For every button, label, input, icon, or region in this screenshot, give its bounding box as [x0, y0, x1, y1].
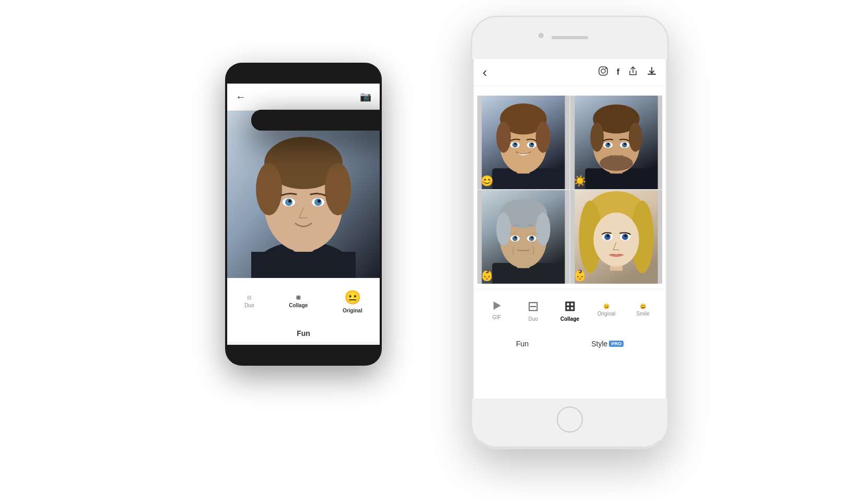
svg-marker-69 — [494, 301, 501, 310]
iphone-back-icon[interactable]: ‹ — [483, 64, 487, 80]
iphone-toolbar: GIF ⊟ Duo ⊞ Collage 😐 Original 😄 Smile — [474, 289, 665, 331]
fun-tab[interactable]: Fun — [516, 340, 529, 348]
svg-point-43 — [624, 143, 626, 145]
svg-point-23 — [536, 121, 550, 153]
iphone-nav-bar: ‹ f — [474, 59, 665, 86]
emoji-4: 👶 — [573, 270, 587, 281]
svg-point-37 — [600, 155, 633, 171]
iphone-home-indicator — [472, 399, 667, 440]
iphone-screen: ‹ f — [474, 59, 665, 399]
android-collage-item[interactable]: ⊞ Collage — [289, 295, 308, 308]
svg-point-22 — [496, 121, 511, 153]
iphone: ‹ f — [471, 16, 669, 449]
scene: ← 📷 — [199, 16, 669, 486]
svg-point-13 — [318, 200, 321, 203]
iphone-camera — [538, 33, 544, 38]
iphone-original-item[interactable]: 😐 Original — [593, 304, 619, 317]
instagram-nav-icon[interactable] — [598, 66, 608, 79]
iphone-top — [472, 17, 667, 59]
svg-point-15 — [601, 69, 605, 73]
collage-cell-3: 👶 — [477, 190, 569, 284]
svg-point-56 — [531, 236, 533, 238]
iphone-nav-icons: f — [598, 66, 657, 79]
svg-point-42 — [607, 143, 609, 145]
share-nav-icon[interactable] — [628, 66, 638, 78]
svg-point-7 — [325, 163, 351, 215]
download-nav-icon[interactable] — [647, 66, 657, 78]
svg-point-12 — [288, 200, 291, 203]
volume-buttons — [471, 90, 472, 148]
android-fun-label: Fun — [227, 325, 380, 342]
collage-cell-4: 👶 — [570, 190, 662, 284]
android-toolbar: ⊟ Duo ⊞ Collage 😐 Original — [227, 278, 380, 325]
svg-point-49 — [496, 212, 511, 246]
iphone-speaker — [552, 36, 588, 39]
iphone-smile-item[interactable]: 😄 Smile — [630, 304, 656, 317]
svg-point-29 — [531, 143, 533, 145]
emoji-2: ☀️ — [573, 176, 587, 186]
iphone-collage-item[interactable]: ⊞ Collage — [557, 298, 583, 322]
svg-rect-2 — [251, 252, 356, 278]
svg-point-36 — [629, 122, 642, 152]
svg-point-35 — [590, 122, 604, 152]
svg-point-55 — [514, 236, 517, 238]
svg-point-16 — [605, 67, 606, 68]
android-duo-item[interactable]: ⊟ Duo — [244, 295, 254, 308]
instagram-icon[interactable]: 📷 — [360, 91, 371, 102]
svg-point-68 — [624, 235, 627, 237]
emoji-1: 😊 — [480, 176, 494, 186]
android-phone: ← 📷 — [225, 63, 382, 366]
svg-point-67 — [607, 235, 609, 237]
iphone-tab-bar: Fun Style PRO — [474, 331, 665, 357]
svg-point-6 — [256, 163, 282, 215]
pro-badge: PRO — [609, 341, 624, 347]
svg-point-50 — [536, 212, 550, 246]
iphone-duo-item[interactable]: ⊟ Duo — [520, 298, 546, 322]
facebook-nav-icon[interactable]: f — [617, 67, 619, 77]
collage-cell-1: 😊 — [477, 96, 569, 189]
style-tab[interactable]: Style PRO — [591, 340, 624, 348]
power-button — [667, 111, 669, 137]
collage-grid: 😊 — [477, 96, 662, 284]
android-original-item[interactable]: 😐 Original — [343, 289, 362, 313]
back-icon[interactable]: ← — [236, 91, 246, 103]
android-photo — [227, 111, 380, 278]
iphone-gif-item[interactable]: GIF — [484, 299, 510, 320]
svg-point-62 — [593, 212, 639, 266]
svg-point-28 — [514, 143, 517, 145]
home-button[interactable] — [557, 406, 583, 433]
collage-cell-2: ☀️ — [570, 96, 662, 189]
android-app-bar: ← 📷 — [227, 84, 380, 111]
emoji-3: 👶 — [480, 270, 494, 281]
